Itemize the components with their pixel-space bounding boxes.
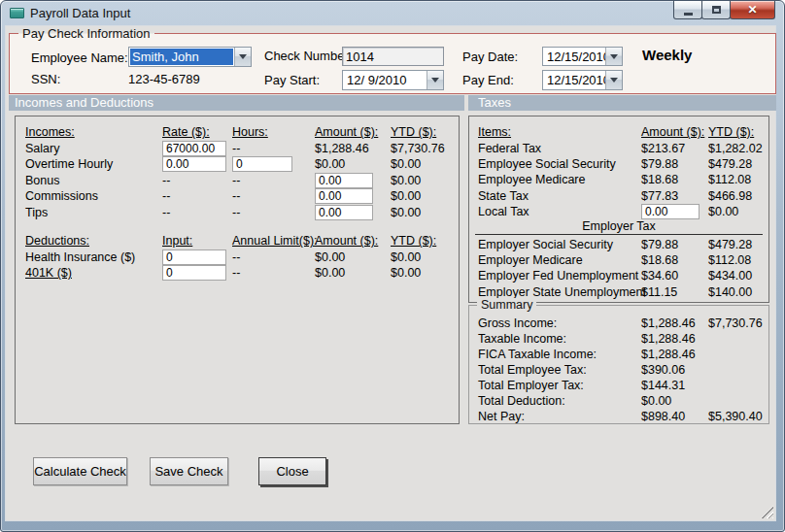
pay-date-dropdown-button[interactable] [605,48,622,65]
pay-end-label: Pay End: [462,73,514,87]
commissions-hours: -- [232,189,315,203]
bonus-rate: -- [162,174,232,187]
employee-name-select[interactable]: Smith, John [128,47,252,67]
maximize-button[interactable] [701,1,731,19]
employee-dropdown-button[interactable] [234,48,251,66]
close-window-button[interactable]: ✕ [730,1,775,19]
401k-input[interactable] [162,265,226,281]
chevron-down-icon [610,78,618,86]
close-button[interactable]: Close [258,457,326,485]
titlebar[interactable]: Payroll Data Input [1,1,784,25]
employee-ss-ytd: $479.28 [708,157,778,171]
fica-taxable-income-label: FICA Taxable Income: [478,348,641,361]
employee-name-value: Smith, John [130,49,233,65]
calculate-check-button[interactable]: Calculate Check [33,457,127,485]
overtime-hours-input[interactable] [232,156,292,172]
employer-ss-amount: $79.88 [641,238,708,251]
pay-date-value: 12/15/2010 [543,48,605,65]
total-deduction-amount: $0.00 [641,394,708,408]
paycheck-info-legend: Pay Check Information [18,26,154,41]
employer-state-unemployment-amount: $11.15 [641,285,708,299]
federal-tax-label: Federal Tax [478,142,641,155]
401k-row-label[interactable]: 401K ($) [25,266,162,280]
total-employee-tax-amount: $390.06 [641,363,708,377]
federal-tax-amount: $213.67 [641,142,708,155]
salary-row-label: Salary [25,142,162,155]
app-icon [10,8,24,18]
federal-tax-ytd: $1,282.02 [708,142,778,155]
save-check-button[interactable]: Save Check [150,457,228,485]
ssn-value: 123-45-6789 [128,72,200,86]
employer-tax-divider [475,234,763,235]
employee-ss-label: Employee Social Security [478,157,641,171]
tips-rate: -- [162,206,232,219]
resize-grip-icon[interactable] [761,506,773,518]
incomes-table: Incomes: Rate ($): Hours: Amount ($): YT… [25,124,459,220]
pay-start-value: 12/ 9/2010 [343,71,427,89]
health-insurance-input[interactable] [162,249,226,265]
state-tax-ytd: $466.98 [708,189,778,203]
pay-date-picker[interactable]: 12/15/2010 [542,47,623,66]
client-area: Pay Check Information Employee Name: Smi… [5,25,776,521]
gross-income-label: Gross Income: [478,316,641,330]
taxes-panel: Items: Amount ($): YTD ($): Federal Tax … [468,116,769,303]
gross-income-amount: $1,288.46 [641,316,708,330]
pay-start-dropdown-button[interactable] [427,71,443,89]
overtime-rate-input[interactable] [162,156,226,172]
pay-end-picker[interactable]: 12/15/2010 [542,70,623,90]
taxable-income-amount: $1,288.46 [641,332,708,346]
net-pay-ytd: $5,390.40 [708,410,778,423]
401k-limit: -- [232,266,315,280]
chevron-down-icon [239,54,247,63]
total-deduction-label: Total Deduction: [478,394,641,408]
pay-start-picker[interactable]: 12/ 9/2010 [342,70,444,90]
employee-medicare-ytd: $112.08 [708,173,778,186]
incomes-header: Incomes: [25,125,162,139]
salary-rate-input[interactable] [162,141,226,156]
pay-end-dropdown-button[interactable] [605,71,622,89]
summary-table: Gross Income: $1,288.46 $7,730.76 Taxabl… [478,316,778,424]
paycheck-info-groupbox: Pay Check Information Employee Name: Smi… [9,33,776,94]
window-controls: ✕ [674,1,775,19]
tips-amount-input[interactable] [315,205,373,220]
health-insurance-amount: $0.00 [315,250,391,264]
local-tax-label: Local Tax [478,205,641,218]
deductions-header: Deductions: [25,234,162,248]
salary-amount: $1,288.46 [315,142,391,155]
summary-groupbox: Summary Gross Income: $1,288.46 $7,730.7… [468,305,769,424]
total-employer-tax-label: Total Employer Tax: [478,379,641,392]
ytd-header: YTD ($): [391,125,459,139]
payroll-window: Payroll Data Input ✕ Pay Check Informati… [0,0,785,532]
maximize-icon [712,6,721,14]
local-tax-input[interactable] [641,204,700,219]
total-employer-tax-amount: $144.31 [641,379,708,392]
taxes-ytd-header: YTD ($): [708,125,778,139]
taxes-amount-header: Amount ($): [641,125,708,139]
employer-fed-unemployment-ytd: $434.00 [708,269,778,283]
employer-medicare-label: Employer Medicare [478,253,641,267]
401k-ytd: $0.00 [391,266,459,280]
overtime-ytd: $0.00 [391,157,459,171]
input-header: Input: [162,234,232,248]
employer-medicare-amount: $18.68 [641,253,708,267]
annual-limit-header: Annual Limit($): [232,234,315,248]
pay-frequency-label: Weekly [642,47,692,63]
employee-ss-amount: $79.88 [641,157,708,171]
tips-hours: -- [232,206,315,219]
bonus-amount-input[interactable] [315,173,373,188]
minimize-button[interactable] [673,1,702,19]
ssn-label: SSN: [31,72,60,86]
bonus-ytd: $0.00 [391,174,459,187]
pay-end-value: 12/15/2010 [543,71,605,89]
gross-income-ytd: $7,730.76 [708,316,778,330]
incomes-deductions-panel: Incomes: Rate ($): Hours: Amount ($): YT… [15,116,460,424]
employee-name-label: Employee Name: [31,50,128,65]
employer-fed-unemployment-amount: $34.60 [641,269,708,283]
employer-state-unemployment-ytd: $140.00 [708,285,778,299]
total-employee-tax-label: Total Employee Tax: [478,363,641,377]
check-number-input[interactable] [342,47,444,66]
check-number-label: Check Number: [264,49,352,63]
commissions-amount-input[interactable] [315,188,373,204]
window-title: Payroll Data Input [30,6,130,20]
employer-state-unemployment-label: Employer State Unemployment [478,285,641,299]
